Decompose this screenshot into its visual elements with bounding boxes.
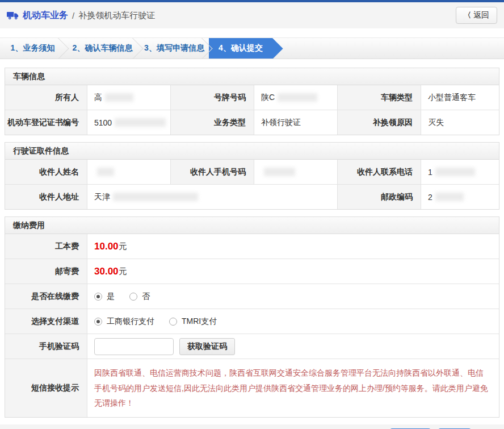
plate-value: 陕C — [254, 85, 337, 110]
redacted-value — [97, 168, 114, 176]
reg-cert-label: 机动车登记证书编号 — [5, 110, 87, 135]
step-2-confirm-vehicle[interactable]: 2、确认车辆信息 — [65, 38, 140, 59]
sms-code-input[interactable] — [94, 338, 174, 355]
recipient-mobile-label: 收件人手机号码 — [170, 160, 254, 184]
table-row: 收件人姓名 收件人手机号码 收件人联系电话 1 — [5, 160, 499, 184]
back-button[interactable]: 〈 返回 — [456, 7, 497, 24]
recipient-mobile-value — [254, 160, 337, 184]
sms-notice-label: 短信接收提示 — [5, 359, 87, 417]
reg-cert-value: 5100 — [87, 110, 170, 135]
redacted-value — [435, 168, 475, 176]
pickup-info-title: 行驶证取件信息 — [5, 143, 499, 160]
chevron-left-icon: 〈 — [464, 10, 471, 20]
step-1-business-notes[interactable]: 1、业务须知 — [0, 38, 65, 59]
step-4-confirm-submit[interactable]: 4、确认提交 — [209, 38, 272, 59]
vehicle-info-panel: 车辆信息 所有人 高 号牌号码 陕C 车辆类型 小型普通客车 机动车登记证书编号… — [5, 68, 499, 135]
production-fee-label: 工本费 — [5, 234, 87, 259]
biz-type-label: 业务类型 — [170, 110, 254, 135]
recipient-phone-value: 1 — [421, 160, 499, 184]
breadcrumb-current: 补换领机动车行驶证 — [78, 10, 155, 21]
recipient-address-value: 天津 — [87, 185, 337, 209]
online-pay-row: 是否在线缴费 是 否 — [5, 284, 499, 309]
redacted-value — [105, 93, 133, 102]
vehicle-info-title: 车辆信息 — [5, 68, 499, 85]
vehicle-type-value: 小型普通客车 — [421, 85, 499, 110]
recipient-phone-label: 收件人联系电话 — [337, 160, 421, 184]
pay-channel-row: 选择支付渠道 工商银行支付 TMRI支付 — [5, 309, 499, 334]
payment-panel: 缴纳费用 工本费 10.00 元 邮寄费 30.00 元 是否在线缴费 是 否 — [5, 216, 499, 418]
pickup-info-panel: 行驶证取件信息 收件人姓名 收件人手机号码 收件人联系电话 1 收件人地址 天津… — [5, 142, 499, 210]
page-title: 机动车业务 — [23, 10, 68, 22]
postcode-value: 2 — [421, 185, 499, 209]
footer-action-bar: 上一步 完成 — [0, 424, 504, 429]
recipient-name-label: 收件人姓名 — [5, 160, 87, 184]
postcode-label: 邮政编码 — [337, 185, 421, 209]
vehicle-type-label: 车辆类型 — [337, 85, 421, 110]
breadcrumb: 机动车业务 / 补换领机动车行驶证 — [7, 10, 155, 22]
table-row: 机动车登记证书编号 5100 业务类型 补领行驶证 补换领原因 灭失 — [5, 110, 499, 135]
breadcrumb-separator: / — [72, 11, 74, 20]
recipient-address-label: 收件人地址 — [5, 185, 87, 209]
pay-channel-label: 选择支付渠道 — [5, 309, 87, 334]
fee-unit: 元 — [119, 266, 127, 277]
radio-option-no[interactable]: 否 — [129, 291, 150, 302]
fee-unit: 元 — [119, 241, 127, 252]
back-button-label: 返回 — [473, 10, 489, 20]
redacted-value — [435, 193, 464, 201]
radio-selected-icon[interactable] — [94, 293, 102, 301]
page-header: 机动车业务 / 补换领机动车行驶证 〈 返回 — [0, 2, 504, 28]
radio-unselected-icon[interactable] — [129, 293, 137, 301]
radio-option-yes[interactable]: 是 — [94, 291, 115, 302]
biz-type-value: 补领行驶证 — [254, 110, 337, 135]
table-row: 收件人地址 天津 邮政编码 2 — [5, 184, 499, 209]
postage-fee-value: 30.00 元 — [87, 259, 499, 284]
sms-code-row: 手机验证码 获取验证码 — [5, 334, 499, 359]
postage-fee-label: 邮寄费 — [5, 259, 87, 284]
fee-row-postage: 邮寄费 30.00 元 — [5, 259, 499, 284]
step-3-fill-application[interactable]: 3、填写申请信息 — [140, 38, 209, 59]
fee-amount: 30.00 — [94, 266, 119, 277]
reason-value: 灭失 — [421, 110, 499, 135]
redacted-value — [278, 93, 317, 102]
pay-channel-radio-group: 工商银行支付 TMRI支付 — [94, 316, 217, 327]
fee-amount: 10.00 — [94, 241, 119, 252]
redacted-value — [115, 118, 166, 127]
production-fee-value: 10.00 元 — [87, 234, 499, 259]
plate-label: 号牌号码 — [170, 85, 254, 110]
owner-label: 所有人 — [5, 85, 87, 110]
redacted-value — [264, 168, 295, 176]
sms-code-label: 手机验证码 — [5, 334, 87, 359]
fee-row-production: 工本费 10.00 元 — [5, 234, 499, 259]
online-pay-radio-group: 是 否 — [94, 291, 150, 302]
recipient-name-value — [87, 160, 170, 184]
redacted-value — [113, 193, 198, 201]
radio-selected-icon[interactable] — [94, 318, 102, 326]
online-pay-label: 是否在线缴费 — [5, 284, 87, 309]
get-code-button[interactable]: 获取验证码 — [179, 338, 235, 355]
owner-value: 高 — [87, 85, 170, 110]
reason-label: 补换领原因 — [337, 110, 421, 135]
sms-notice-text: 因陕西省联通、电信运营商技术问题，陕西省互联网交通安全综合服务管理平台无法向持陕… — [87, 359, 499, 417]
payment-title: 缴纳费用 — [5, 217, 499, 234]
sms-notice-row: 短信接收提示 因陕西省联通、电信运营商技术问题，陕西省互联网交通安全综合服务管理… — [5, 359, 499, 417]
step-progress-bar: 1、业务须知 2、确认车辆信息 3、填写申请信息 4、确认提交 — [0, 38, 504, 59]
table-row: 所有人 高 号牌号码 陕C 车辆类型 小型普通客车 — [5, 85, 499, 110]
truck-icon — [7, 11, 19, 20]
radio-unselected-icon[interactable] — [169, 318, 177, 326]
radio-option-tmri[interactable]: TMRI支付 — [169, 316, 217, 327]
radio-option-icbc[interactable]: 工商银行支付 — [94, 316, 154, 327]
